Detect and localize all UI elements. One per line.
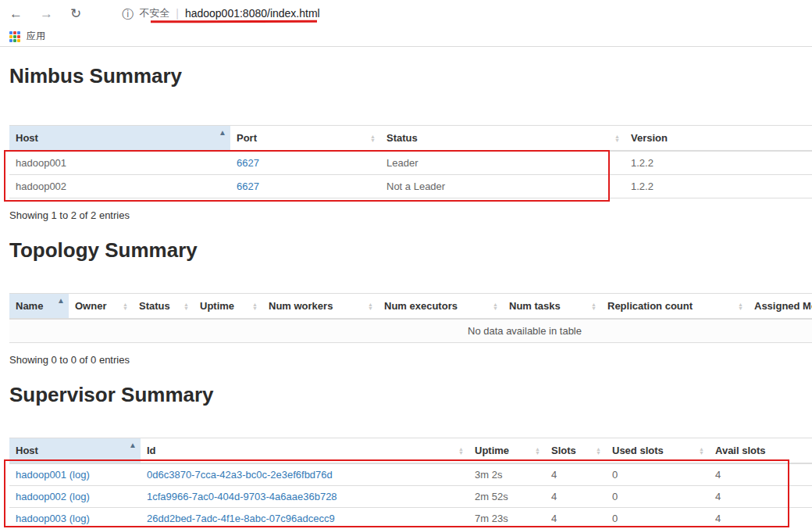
col-label: Uptime xyxy=(200,300,234,312)
host-link[interactable]: hadoop002 xyxy=(16,491,66,502)
storm-ui-page: Nimbus Summary Host ▲ Port Status xyxy=(0,64,812,529)
nimbus-entries-info: Showing 1 to 2 of 2 entries xyxy=(9,209,812,221)
log-link[interactable]: (log) xyxy=(69,469,90,481)
host-link[interactable]: hadoop003 xyxy=(16,513,66,524)
host-cell: hadoop003 (log) xyxy=(9,508,141,529)
host-cell: hadoop001 (log) xyxy=(9,463,141,486)
nimbus-header-row: Host ▲ Port Status Version xyxy=(9,126,812,152)
status-cell: Leader xyxy=(380,151,625,175)
page-info-icon[interactable]: ⓘ xyxy=(122,8,134,20)
nimbus-col-version[interactable]: Version xyxy=(625,126,812,152)
log-link[interactable]: (log) xyxy=(69,491,90,502)
id-cell: 26dd2bed-7adc-4f1e-8abc-07c96adcecc9 xyxy=(141,508,468,529)
col-label: Num tasks xyxy=(509,300,561,312)
supervisor-col-id[interactable]: Id xyxy=(141,438,468,464)
nimbus-col-port[interactable]: Port xyxy=(230,126,380,152)
host-cell: hadoop002 (log) xyxy=(9,486,141,508)
version-cell: 1.2.2 xyxy=(625,175,812,198)
browser-toolbar: ← → ↻ ⓘ 不安全 | hadoop001:8080/index.html xyxy=(0,0,812,27)
topology-col-owner[interactable]: Owner xyxy=(69,294,133,320)
supervisor-col-host[interactable]: Host ▲ xyxy=(9,438,141,464)
sort-both-icon xyxy=(614,134,620,142)
empty-row: No data available in table xyxy=(9,319,812,343)
supervisor-summary-title: Supervisor Summary xyxy=(9,383,812,406)
col-label: Assigned Mem (MB) xyxy=(754,300,812,312)
sort-both-icon xyxy=(123,302,128,310)
slots-cell: 4 xyxy=(545,508,606,529)
sort-both-icon xyxy=(699,447,704,455)
apps-bookmark-label[interactable]: 应用 xyxy=(27,30,45,43)
topology-col-status[interactable]: Status xyxy=(133,294,194,320)
sort-both-icon xyxy=(368,302,373,310)
topology-col-num-executors[interactable]: Num executors xyxy=(378,294,503,320)
topology-header-row: Name ▲ Owner Status Uptime Num workers N… xyxy=(9,294,812,320)
supervisor-col-uptime[interactable]: Uptime xyxy=(468,438,545,464)
used-slots-cell: 0 xyxy=(606,486,709,508)
table-row: hadoop003 (log) 26dd2bed-7adc-4f1e-8abc-… xyxy=(9,508,812,529)
col-label: Num workers xyxy=(269,300,333,312)
nimbus-col-status[interactable]: Status xyxy=(380,126,625,152)
back-icon[interactable]: ← xyxy=(9,7,23,20)
uptime-cell: 2m 52s xyxy=(468,486,545,508)
topology-entries-info: Showing 0 to 0 of 0 entries xyxy=(9,354,812,366)
avail-slots-cell: 4 xyxy=(709,486,812,508)
nimbus-summary-title: Nimbus Summary xyxy=(9,64,812,88)
port-link[interactable]: 6627 xyxy=(237,157,259,169)
supervisor-col-used-slots[interactable]: Used slots xyxy=(606,438,709,464)
topology-col-num-tasks[interactable]: Num tasks xyxy=(503,294,601,320)
col-label: Status xyxy=(386,132,418,144)
sort-both-icon xyxy=(252,302,258,310)
status-cell: Not a Leader xyxy=(380,175,625,198)
version-cell: 1.2.2 xyxy=(625,151,812,175)
nimbus-table: Host ▲ Port Status Version xyxy=(9,125,812,198)
topology-col-name[interactable]: Name ▲ xyxy=(9,294,69,320)
address-separator: | xyxy=(176,7,179,20)
col-label: Replication count xyxy=(607,300,693,312)
supervisor-col-avail-slots[interactable]: Avail slots xyxy=(709,438,812,464)
sort-asc-icon: ▲ xyxy=(57,297,65,305)
sort-asc-icon: ▲ xyxy=(219,129,226,137)
col-label: Version xyxy=(631,132,668,144)
supervisor-id-link[interactable]: 0d6c3870-7cca-42a3-bc0c-2e3ef6fbd76d xyxy=(147,469,333,481)
forward-icon[interactable]: → xyxy=(40,7,53,20)
supervisor-col-slots[interactable]: Slots xyxy=(545,438,606,464)
sort-both-icon xyxy=(183,302,189,310)
slots-cell: 4 xyxy=(545,463,606,486)
sort-both-icon xyxy=(370,134,376,142)
col-label: Id xyxy=(147,445,156,456)
col-label: Host xyxy=(16,132,38,144)
sort-both-icon xyxy=(535,447,540,455)
table-row: hadoop001 (log) 0d6c3870-7cca-42a3-bc0c-… xyxy=(9,463,812,486)
nimbus-col-host[interactable]: Host ▲ xyxy=(9,126,230,152)
topology-col-assigned-mem[interactable]: Assigned Mem (MB) xyxy=(748,294,812,320)
topology-col-replication-count[interactable]: Replication count xyxy=(601,294,748,320)
url-red-underline-annotation xyxy=(151,20,317,23)
sort-asc-icon: ▲ xyxy=(129,441,137,449)
col-label: Status xyxy=(139,300,170,312)
address-bar[interactable]: ⓘ 不安全 | hadoop001:8080/index.html xyxy=(122,6,319,20)
col-label: Num executors xyxy=(384,300,458,312)
used-slots-cell: 0 xyxy=(606,463,709,486)
url-text[interactable]: hadoop001:8080/index.html xyxy=(185,7,320,20)
supervisor-table: Host ▲ Id Uptime Slots Used slots Avail … xyxy=(9,438,812,529)
host-cell: hadoop001 xyxy=(9,151,230,175)
supervisor-id-link[interactable]: 26dd2bed-7adc-4f1e-8abc-07c96adcecc9 xyxy=(147,513,335,524)
topology-summary-title: Topology Summary xyxy=(9,238,812,262)
log-link[interactable]: (log) xyxy=(69,513,90,524)
port-cell: 6627 xyxy=(230,175,380,198)
id-cell: 1cfa9966-7ac0-404d-9703-4a6aae36b728 xyxy=(141,486,468,508)
uptime-cell: 7m 23s xyxy=(468,508,545,529)
supervisor-table-wrap: Host ▲ Id Uptime Slots Used slots Avail … xyxy=(9,438,812,529)
supervisor-id-link[interactable]: 1cfa9966-7ac0-404d-9703-4a6aae36b728 xyxy=(147,491,337,502)
host-link[interactable]: hadoop001 xyxy=(16,469,66,481)
topology-col-num-workers[interactable]: Num workers xyxy=(262,294,378,320)
empty-message: No data available in table xyxy=(9,319,812,343)
refresh-icon[interactable]: ↻ xyxy=(70,7,81,20)
id-cell: 0d6c3870-7cca-42a3-bc0c-2e3ef6fbd76d xyxy=(141,463,468,486)
topology-table: Name ▲ Owner Status Uptime Num workers N… xyxy=(9,293,812,343)
port-link[interactable]: 6627 xyxy=(237,181,259,192)
topology-col-uptime[interactable]: Uptime xyxy=(194,294,262,320)
sort-both-icon xyxy=(738,302,743,310)
apps-grid-icon[interactable] xyxy=(9,31,20,42)
col-label: Uptime xyxy=(475,445,509,456)
